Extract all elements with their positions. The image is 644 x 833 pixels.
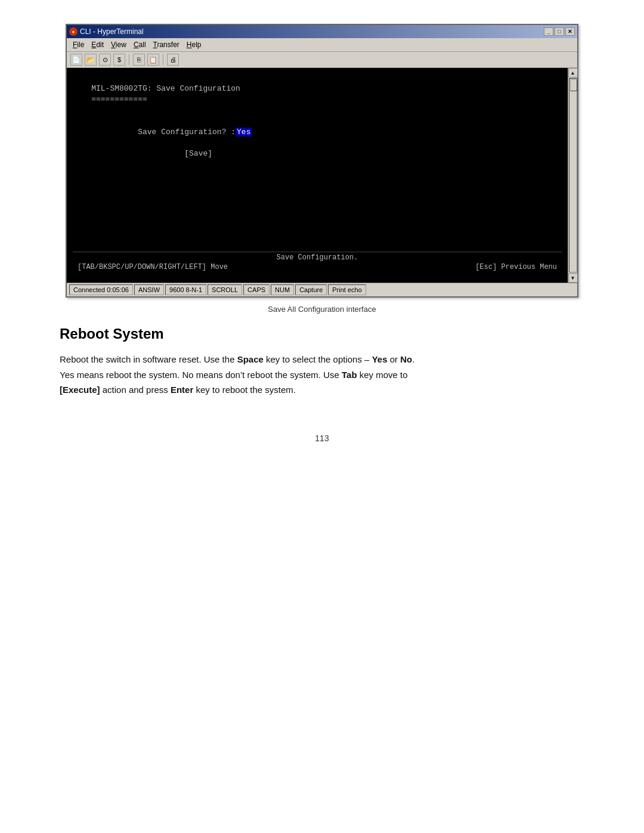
num-indicator: NUM	[271, 284, 294, 295]
icon5[interactable]: ⎘	[133, 54, 145, 66]
terminal-area[interactable]: MIL-SM8002TG: Save Configuration =======…	[67, 68, 568, 283]
paragraph-1: Reboot the switch in software reset. Use…	[60, 352, 596, 367]
terminal-content: MIL-SM8002TG: Save Configuration =======…	[73, 73, 562, 252]
scroll-up-button[interactable]: ▲	[568, 68, 578, 78]
terminal-line-15	[73, 225, 562, 236]
icon7[interactable]: 🖨	[167, 54, 179, 66]
icon3[interactable]: ⊙	[99, 54, 111, 66]
para1-mid: key to select the options –	[264, 354, 372, 364]
connected-status: Connected 0:05:06	[69, 284, 133, 295]
terminal-line-4	[73, 106, 562, 116]
baud-status: 9600 8-N-1	[165, 284, 206, 295]
terminal-line-13	[73, 203, 562, 213]
terminal-line-12	[73, 192, 562, 203]
menu-help[interactable]: Help	[183, 39, 205, 50]
terminal-line-1	[73, 73, 562, 83]
terminal-status-bar: Save Configuration. [TAB/BKSPC/UP/DOWN/R…	[73, 252, 562, 272]
app-icon: ●	[69, 27, 78, 36]
paragraph-2: Yes means reboot the system. No means do…	[60, 367, 596, 383]
separator1	[129, 54, 129, 65]
terminal-line-10	[73, 171, 562, 181]
icon6[interactable]: 📋	[147, 54, 159, 66]
content-area: Reboot System Reboot the switch in softw…	[60, 326, 596, 398]
scroll-track[interactable]	[569, 78, 577, 272]
ansiw-status: ANSIW	[134, 284, 164, 295]
menu-bar: File Edit View Call Transfer Help	[67, 38, 577, 52]
terminal-line-3: ============	[73, 94, 562, 105]
title-bar: ● CLI - HyperTerminal _ □ ✕	[67, 25, 577, 38]
minimize-button[interactable]: _	[544, 27, 553, 36]
close-button[interactable]: ✕	[565, 27, 575, 36]
scroll-indicator: SCROLL	[208, 284, 242, 295]
paragraph-3: [Execute] action and press Enter key to …	[60, 382, 596, 398]
nav-hint-right: [Esc] Previous Menu	[475, 263, 557, 271]
para2-pre: Yes means reboot the system. No means do…	[60, 370, 342, 380]
separator2	[163, 54, 163, 65]
win-status-bar: Connected 0:05:06 ANSIW 9600 8-N-1 SCROL…	[67, 283, 577, 296]
title-bar-left: ● CLI - HyperTerminal	[69, 27, 144, 36]
menu-file[interactable]: File	[69, 39, 88, 50]
para3-end: key to reboot the system.	[193, 385, 296, 395]
window-title: CLI - HyperTerminal	[80, 27, 144, 36]
hyperterminal-window: ● CLI - HyperTerminal _ □ ✕ File Edit Vi…	[66, 24, 578, 298]
print-echo-status: Print echo	[328, 284, 366, 295]
para1-bold1: Space	[237, 354, 264, 364]
terminal-status-text: Save Configuration.	[78, 253, 557, 263]
maximize-button[interactable]: □	[555, 27, 564, 36]
icon4[interactable]: $	[113, 54, 125, 66]
terminal-line-7	[73, 138, 562, 148]
terminal-line-14	[73, 213, 562, 224]
menu-view[interactable]: View	[107, 39, 130, 50]
scroll-down-button[interactable]: ▼	[568, 273, 578, 283]
page-number: 113	[48, 433, 596, 443]
terminal-line-5	[73, 116, 562, 127]
para1-pre: Reboot the switch in software reset. Use…	[60, 354, 237, 364]
para3-bold: Enter	[171, 385, 193, 395]
scrollbar[interactable]: ▲ ▼	[568, 68, 577, 283]
terminal-container: MIL-SM8002TG: Save Configuration =======…	[67, 68, 577, 283]
nav-hint-left: [TAB/BKSPC/UP/DOWN/RIGHT/LEFT] Move	[78, 263, 228, 271]
new-button[interactable]: 📄	[70, 54, 82, 66]
caps-indicator: CAPS	[243, 284, 270, 295]
terminal-line-9	[73, 160, 562, 171]
para3-bracket: [Execute]	[60, 385, 100, 395]
window-controls: _ □ ✕	[544, 27, 575, 36]
section-title: Reboot System	[60, 326, 596, 342]
menu-edit[interactable]: Edit	[88, 39, 107, 50]
menu-call[interactable]: Call	[130, 39, 150, 50]
toolbar: 📄 📂 ⊙ $ ⎘ 📋 🖨	[67, 52, 577, 68]
para2-bold: Tab	[342, 370, 357, 380]
image-caption: Save All Configuration interface	[48, 305, 596, 314]
para1-or: or	[388, 354, 401, 364]
terminal-nav-hints: [TAB/BKSPC/UP/DOWN/RIGHT/LEFT] Move [Esc…	[78, 263, 557, 271]
yes-highlight: Yes	[236, 128, 252, 137]
open-button[interactable]: 📂	[85, 54, 97, 66]
terminal-line-11	[73, 181, 562, 192]
para1-bold2: Yes	[372, 354, 388, 364]
para3-mid: action and press	[100, 385, 171, 395]
para1-end: .	[412, 354, 414, 364]
terminal-line-16	[73, 236, 562, 246]
para1-bold3: No	[400, 354, 412, 364]
menu-transfer[interactable]: Transfer	[150, 39, 183, 50]
terminal-line-2: MIL-SM8002TG: Save Configuration	[73, 83, 562, 94]
terminal-line-8: [Save]	[73, 148, 562, 159]
scroll-thumb[interactable]	[570, 79, 577, 91]
para2-end: key move to	[357, 370, 408, 380]
capture-status: Capture	[295, 284, 327, 295]
terminal-line-6: Save Configuration? :Yes	[73, 127, 562, 138]
